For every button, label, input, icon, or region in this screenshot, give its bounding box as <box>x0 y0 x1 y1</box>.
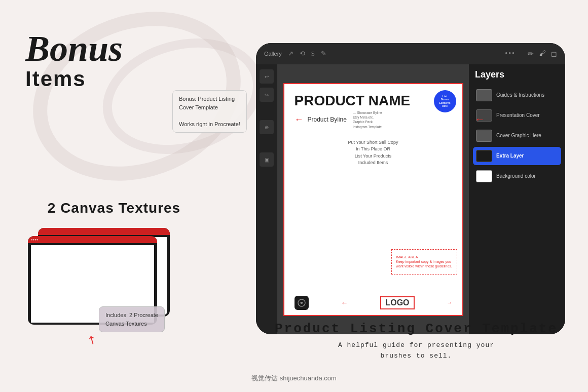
pen-icon: ✏ <box>528 50 534 58</box>
callout1-text: Bonus: Product Listing Cover Template Wo… <box>179 96 240 127</box>
eraser-icon: ◻ <box>551 50 557 58</box>
layer-name-presentation: Presentation Cover <box>496 112 540 119</box>
toolbar-icon-1: ↗ <box>288 50 293 58</box>
tablet-toolbar: Gallery ↗ ⟲ S ✎ ••• ✏ 🖌 ◻ <box>256 43 565 64</box>
product-template: List Bonus Elements Here PRODUCT NAME ← … <box>283 83 463 316</box>
brush-icon: 🖌 <box>539 50 546 58</box>
bonus-badge: List Bonus Elements Here <box>434 90 456 112</box>
callout2-text: Includes: 2 Procreate Canvas Textures <box>105 312 158 327</box>
layer-item-cover-graphic[interactable]: Cover Graphic Here <box>473 127 561 145</box>
callout-product-listing: Bonus: Product Listing Cover Template Wo… <box>172 90 247 133</box>
tablet-left-bar: ↩ ↪ ⊕ ▣ <box>256 64 277 334</box>
tablet-body: ↩ ↪ ⊕ ▣ List Bonus Elements Here PRODU <box>256 64 565 334</box>
tablet-canvas: List Bonus Elements Here PRODUCT NAME ← … <box>277 64 469 334</box>
layer-item-presentation[interactable]: Presentation Cover <box>473 106 561 125</box>
layer-name-cover-graphic: Cover Graphic Here <box>496 133 541 139</box>
zoom-icon[interactable]: ▣ <box>260 152 274 167</box>
toolbar-icon-4: ✎ <box>321 50 326 58</box>
product-footer: ← LOGO → <box>284 291 462 315</box>
callout-canvas-textures: Includes: 2 Procreate Canvas Textures <box>99 306 165 332</box>
toolbar-right-icons: ✏ 🖌 ◻ <box>528 50 557 58</box>
logo-area: LOGO <box>380 296 414 309</box>
layer-name-guides: Guides & Instructions <box>496 92 544 98</box>
layer-item-background[interactable]: Background color <box>473 167 561 185</box>
layer-thumb-cover <box>476 130 492 142</box>
layers-panel: Layers Guides & Instructions Presentatio… <box>469 64 565 334</box>
layers-panel-title: Layers <box>473 69 561 80</box>
toolbar-icon-3: S <box>311 50 315 58</box>
layer-thumb-extra <box>476 150 492 162</box>
product-listing-cover-title: Product Listing Cover Template <box>275 321 558 336</box>
procreate-icon <box>295 296 309 310</box>
toolbar-icon-2: ⟲ <box>300 50 305 58</box>
image-area: IMAGE AREAKeep important copy & images y… <box>391 249 457 275</box>
product-byline: ← Product Byline — Showcase BylineEtsy M… <box>295 110 452 129</box>
layer-thumb-background <box>476 170 492 182</box>
product-listing-subtitle-2: brushes to sell. <box>275 351 558 362</box>
footer-note: → <box>447 300 452 305</box>
product-header: PRODUCT NAME ← Product Byline — Showcase… <box>284 84 462 134</box>
gallery-label: Gallery <box>264 51 282 57</box>
product-body: Put Your Short Sell Copy In This Place O… <box>284 134 462 172</box>
footer-arrow: ← <box>341 299 348 307</box>
layer-name-background: Background color <box>496 173 536 179</box>
items-title: Items <box>25 67 248 91</box>
canvas-textures-title: 2 Canvas Textures <box>15 200 213 216</box>
layer-thumb-guides <box>476 89 492 101</box>
bottom-right-section: Product Listing Cover Template A helpful… <box>275 321 558 362</box>
tablet-mockup: Gallery ↗ ⟲ S ✎ ••• ✏ 🖌 ◻ ↩ ↪ ⊕ ▣ L <box>256 43 565 334</box>
bonus-title: Bonus <box>25 30 248 67</box>
layer-name-extra: Extra Layer <box>496 153 524 159</box>
product-name: PRODUCT NAME <box>295 93 452 109</box>
redo-icon[interactable]: ↪ <box>260 88 274 102</box>
header-arrow: ← <box>475 113 485 125</box>
product-listing-subtitle-1: A helpful guide for presenting your <box>275 340 558 351</box>
cursor-icon[interactable]: ⊕ <box>260 120 274 134</box>
watermark: 视觉传达 shijuechuanda.com <box>251 374 337 383</box>
layer-item-extra[interactable]: Extra Layer <box>473 147 561 165</box>
toolbar-dots[interactable]: ••• <box>505 50 516 58</box>
logo-placeholder: LOGO <box>380 296 414 309</box>
undo-icon[interactable]: ↩ <box>260 69 274 84</box>
layer-item-guides[interactable]: Guides & Instructions <box>473 86 561 104</box>
